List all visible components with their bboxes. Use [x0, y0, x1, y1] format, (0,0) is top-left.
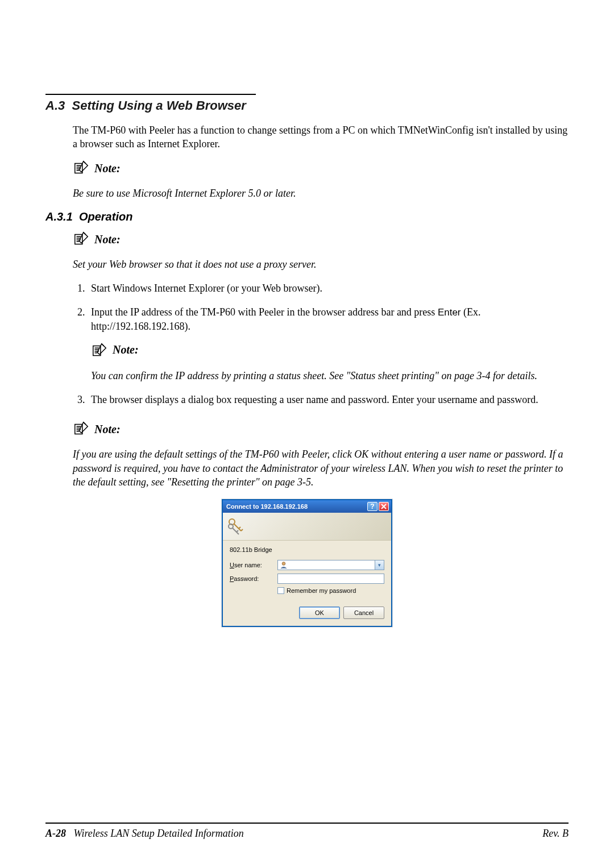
- note-1-header: Note:: [73, 159, 569, 176]
- remember-label: Remember my password: [287, 587, 356, 594]
- subsection-heading: A.3.1 Operation: [45, 210, 569, 223]
- password-label: Password:: [230, 575, 274, 582]
- note-label: Note:: [94, 423, 121, 437]
- dialog-header: [223, 513, 391, 541]
- footer-rule: [45, 823, 569, 824]
- enter-key: Enter: [438, 307, 461, 318]
- realm-text: 802.11b Bridge: [230, 546, 272, 553]
- note-2-header: Note:: [73, 230, 569, 247]
- help-button[interactable]: ?: [367, 502, 377, 511]
- step-2: Input the IP address of the TM-P60 with …: [88, 305, 569, 383]
- section-title-text: Setting Using a Web Browser: [72, 98, 246, 113]
- note-icon: [73, 159, 90, 176]
- step-2-text-a: Input the IP address of the TM-P60 with …: [91, 306, 438, 318]
- note-icon: [91, 342, 108, 359]
- remember-checkbox[interactable]: [277, 587, 284, 594]
- note-2-text: Set your Web browser so that it does not…: [73, 258, 569, 271]
- revision: Rev. B: [542, 828, 569, 840]
- remember-checkbox-row[interactable]: Remember my password: [277, 587, 384, 594]
- note-4-header: Note:: [73, 420, 569, 437]
- intro-text: The TM-P60 with Peeler has a function to…: [73, 123, 569, 151]
- close-button[interactable]: [379, 502, 389, 511]
- user-icon: [280, 561, 288, 569]
- step-3-text: The browser displays a dialog box reques…: [91, 394, 538, 405]
- dialog-titlebar[interactable]: Connect to 192.168.192.168 ?: [223, 500, 391, 513]
- note-icon: [73, 230, 90, 247]
- subsection-title-text: Operation: [79, 210, 132, 223]
- note-label: Note:: [94, 233, 121, 247]
- auth-dialog: Connect to 192.168.192.168 ?: [222, 499, 392, 627]
- step-1: Start Windows Internet Explorer (or your…: [88, 281, 569, 295]
- steps-list: Start Windows Internet Explorer (or your…: [73, 281, 569, 406]
- cancel-button[interactable]: Cancel: [343, 607, 384, 619]
- note-3-text: You can confirm the IP address by printi…: [91, 369, 569, 383]
- username-label: User name:: [230, 562, 274, 568]
- svg-point-2: [282, 562, 285, 566]
- step-1-text: Start Windows Internet Explorer (or your…: [91, 283, 322, 294]
- keys-icon: [226, 516, 247, 537]
- note-icon: [73, 420, 90, 437]
- ok-button[interactable]: OK: [299, 607, 340, 619]
- note-4-text: If you are using the default settings of…: [73, 447, 569, 489]
- password-input[interactable]: [277, 574, 384, 584]
- section-heading: A.3 Setting Using a Web Browser: [45, 98, 569, 113]
- footer-doc-title: Wireless LAN Setup Detailed Information: [74, 828, 244, 839]
- note-label: Note:: [94, 162, 121, 176]
- chevron-down-icon[interactable]: ▾: [375, 560, 384, 570]
- page-number: A-28: [45, 828, 66, 839]
- note-3-header: Note:: [91, 342, 569, 359]
- note-1-text: Be sure to use Microsoft Internet Explor…: [73, 186, 569, 200]
- section-number: A.3: [45, 98, 65, 113]
- subsection-number: A.3.1: [45, 210, 73, 223]
- page-footer: A-28 Wireless LAN Setup Detailed Informa…: [45, 828, 569, 840]
- step-3: The browser displays a dialog box reques…: [88, 393, 569, 406]
- dialog-title-text: Connect to 192.168.192.168: [226, 503, 366, 510]
- username-input[interactable]: ▾: [277, 560, 384, 570]
- note-label: Note:: [113, 342, 139, 359]
